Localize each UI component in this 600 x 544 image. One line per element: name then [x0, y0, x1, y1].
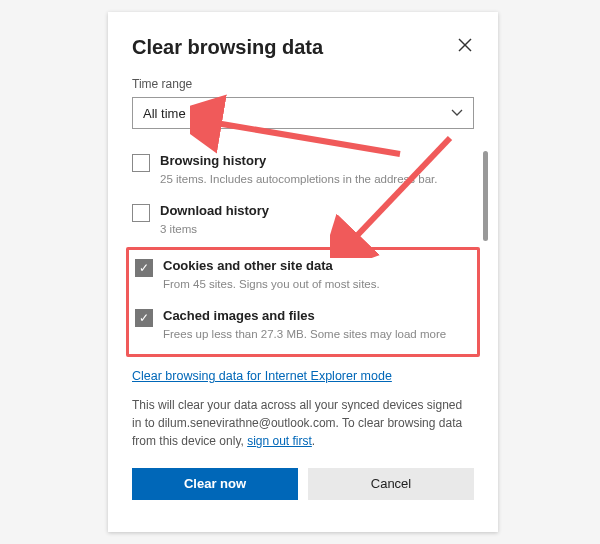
cancel-button[interactable]: Cancel: [308, 468, 474, 500]
info-suffix: .: [312, 434, 315, 448]
clear-browsing-data-dialog: Clear browsing data Time range All time …: [108, 12, 498, 532]
item-title: Cookies and other site data: [163, 258, 473, 275]
data-type-list: Browsing history 25 items. Includes auto…: [132, 147, 474, 357]
item-title: Cached images and files: [163, 308, 473, 325]
close-icon[interactable]: [456, 36, 474, 57]
item-desc: 25 items. Includes autocompletions in th…: [160, 171, 474, 187]
checkbox-browsing-history[interactable]: [132, 154, 150, 172]
ie-mode-link[interactable]: Clear browsing data for Internet Explore…: [132, 369, 392, 383]
item-desc: From 45 sites. Signs you out of most sit…: [163, 276, 473, 292]
item-title: Download history: [160, 203, 474, 220]
checkbox-cookies[interactable]: ✓: [135, 259, 153, 277]
time-range-select[interactable]: All time: [132, 97, 474, 129]
item-title: Browsing history: [160, 153, 474, 170]
checkmark-icon: ✓: [139, 262, 149, 274]
dialog-title: Clear browsing data: [132, 36, 323, 59]
checkmark-icon: ✓: [139, 312, 149, 324]
sync-info-text: This will clear your data across all you…: [132, 396, 474, 450]
list-item-download-history: Download history 3 items: [132, 197, 474, 247]
list-item-cookies: ✓ Cookies and other site data From 45 si…: [129, 252, 473, 302]
annotation-highlight-box: ✓ Cookies and other site data From 45 si…: [126, 247, 480, 357]
clear-now-button[interactable]: Clear now: [132, 468, 298, 500]
chevron-down-icon: [451, 106, 463, 120]
list-item-cached: ✓ Cached images and files Frees up less …: [129, 302, 473, 352]
item-desc: Frees up less than 27.3 MB. Some sites m…: [163, 326, 473, 342]
time-range-value: All time: [143, 106, 186, 121]
time-range-label: Time range: [132, 77, 474, 91]
scrollbar[interactable]: [483, 151, 488, 241]
sign-out-link[interactable]: sign out first: [247, 434, 312, 448]
button-row: Clear now Cancel: [132, 468, 474, 500]
item-desc: 3 items: [160, 221, 474, 237]
checkbox-cached[interactable]: ✓: [135, 309, 153, 327]
checkbox-download-history[interactable]: [132, 204, 150, 222]
list-item-browsing-history: Browsing history 25 items. Includes auto…: [132, 147, 474, 197]
dialog-header: Clear browsing data: [132, 36, 474, 59]
